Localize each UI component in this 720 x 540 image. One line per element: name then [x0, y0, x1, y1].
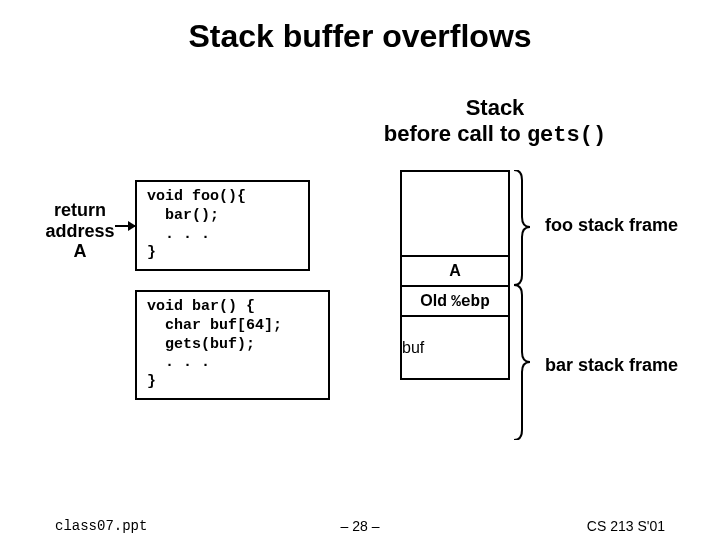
footer-course: CS 213 S'01 — [587, 518, 665, 534]
stack-cell-foo-space — [402, 170, 508, 255]
return-l2: address — [45, 221, 114, 241]
stack-cell-buf: buf — [402, 315, 508, 380]
stack-diagram: A Old %ebp buf — [400, 170, 510, 380]
slide-title: Stack buffer overflows — [0, 0, 720, 55]
foo-frame-label: foo stack frame — [545, 215, 678, 236]
old-ebp-text-b: %ebp — [451, 293, 489, 311]
return-l3: A — [74, 241, 87, 261]
stack-cell-old-ebp: Old %ebp — [402, 285, 508, 315]
subtitle-line2a: before call to — [384, 121, 527, 146]
return-l1: return — [54, 200, 106, 220]
code-foo: void foo(){ bar(); . . . } — [135, 180, 310, 271]
subtitle-gets: gets() — [527, 123, 606, 148]
stack-subtitle: Stack before call to gets() — [370, 95, 620, 150]
return-address-label: return address A — [40, 200, 120, 262]
code-bar: void bar() { char buf[64]; gets(buf); . … — [135, 290, 330, 400]
subtitle-line1: Stack — [466, 95, 525, 120]
bar-frame-label: bar stack frame — [545, 355, 678, 376]
stack-cell-a: A — [402, 255, 508, 285]
arrow-icon — [115, 225, 135, 227]
brace-icon-bar — [512, 285, 532, 440]
brace-icon-foo — [512, 170, 532, 285]
old-ebp-text-a: Old — [420, 292, 451, 309]
